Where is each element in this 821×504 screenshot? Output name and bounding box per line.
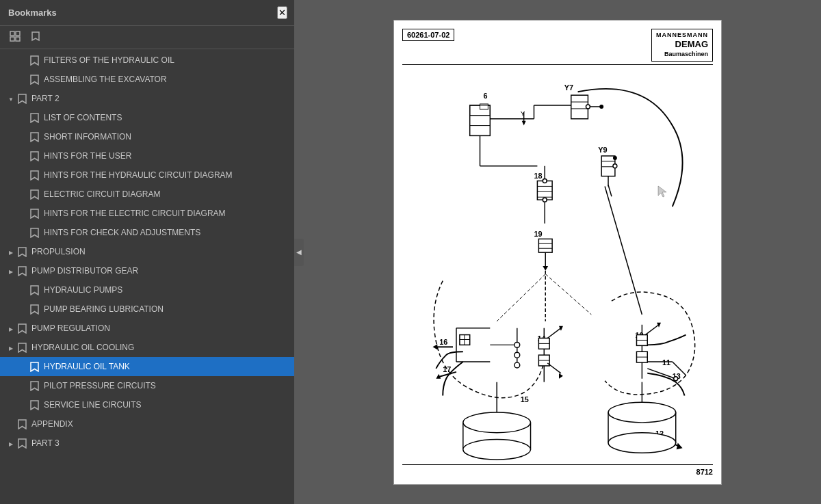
- pdf-page: 60261-07-02 MANNESMANN DEMAG Baumaschine…: [393, 20, 722, 485]
- svg-point-23: [599, 105, 603, 109]
- bookmark-item-hints-hydraulic[interactable]: HINTS FOR THE HYDRAULIC CIRCUIT DIAGRAM: [0, 165, 294, 185]
- bookmark-icon: [18, 94, 27, 104]
- svg-text:6: 6: [483, 92, 487, 100]
- bookmark-icon-hydraulic-tank: [29, 362, 40, 372]
- bookmark-label-part2: PART 2: [31, 94, 290, 103]
- bookmark-label-pump-bearing: PUMP BEARING LUBRICATION: [44, 304, 290, 314]
- bookmark-label-electric-circuit: ELECTRIC CIRCUIT DIAGRAM: [44, 189, 290, 199]
- pdf-logo: MANNESMANN DEMAG Baumaschinen: [651, 29, 713, 62]
- svg-text:17: 17: [443, 365, 451, 373]
- bookmark-icon: [30, 381, 39, 391]
- svg-rect-18: [571, 95, 588, 119]
- bookmark-icon: [30, 151, 39, 161]
- svg-rect-43: [538, 239, 552, 252]
- bookmark-icon: [30, 362, 39, 372]
- bookmark-label-appendix: APPENDIX: [31, 419, 290, 429]
- bookmark-item-pump-dist[interactable]: PUMP DISTRIBUTOR GEAR: [0, 261, 294, 280]
- bookmark-item-part3[interactable]: PART 3: [0, 434, 294, 453]
- bookmark-label-part3: PART 3: [31, 438, 290, 448]
- bookmark-item-hydraulic-pumps[interactable]: HYDRAULIC PUMPS: [0, 280, 294, 300]
- grid-icon: [10, 31, 21, 44]
- bookmark-item-service-line[interactable]: SERVICE LINE CIRCUITS: [0, 395, 294, 414]
- svg-point-31: [613, 156, 617, 160]
- svg-point-21: [586, 105, 590, 109]
- bookmark-item-hints-check[interactable]: HINTS FOR CHECK AND ADJUSTMENTS: [0, 223, 294, 242]
- bookmark-icon-pump-dist: [16, 266, 27, 276]
- pdf-footer: 8712: [402, 464, 713, 476]
- brand-mid: DEMAG: [656, 39, 708, 51]
- chevron-closed-icon: [5, 344, 16, 352]
- svg-point-95: [608, 402, 676, 423]
- bookmark-label-service-line: SERVICE LINE CIRCUITS: [44, 400, 290, 410]
- panel-collapse-button[interactable]: ◀: [294, 239, 304, 266]
- bookmark-item-short-info[interactable]: SHORT INFORMATION: [0, 127, 294, 146]
- bookmark-icon-part3: [16, 438, 27, 449]
- bookmark-icon-list-contents: [29, 113, 40, 123]
- bookmark-label-hints-hydraulic: HINTS FOR THE HYDRAULIC CIRCUIT DIAGRAM: [44, 170, 290, 180]
- bookmark-label-hints-electric: HINTS FOR THE ELECTRIC CIRCUIT DIAGRAM: [44, 209, 290, 218]
- bookmark-label-assembling: ASSEMBLING THE EXCAVATOR: [44, 75, 290, 84]
- bookmark-item-hydraulic-tank[interactable]: HYDRAULIC OIL TANK: [0, 357, 294, 376]
- bookmark-item-filters[interactable]: FILTERS OF THE HYDRAULIC OIL: [0, 51, 294, 70]
- bookmark-item-hints-user[interactable]: HINTS FOR THE USER: [0, 146, 294, 165]
- bookmark-icon-hints-electric: [29, 209, 40, 219]
- chevron-closed-icon: [5, 440, 16, 447]
- bookmark-icon: [30, 189, 39, 200]
- svg-text:19: 19: [534, 230, 542, 238]
- bookmark-icon: [18, 323, 27, 334]
- close-button[interactable]: ✕: [277, 6, 287, 19]
- bookmark-item-part2[interactable]: PART 2: [0, 89, 294, 108]
- bookmark-icon: [18, 343, 27, 353]
- bookmark-icon: [30, 285, 39, 295]
- chevron-closed-icon: [5, 325, 16, 332]
- bookmark-icon-pump-regulation: [16, 323, 27, 334]
- bookmark-label-hydraulic-cooling: HYDRAULIC OIL COOLING: [31, 343, 290, 352]
- bookmark-view-button[interactable]: [27, 29, 44, 45]
- bookmark-icon-hints-hydraulic: [29, 170, 40, 181]
- bookmark-item-pump-regulation[interactable]: PUMP REGULATION: [0, 319, 294, 338]
- bookmark-icon: [18, 247, 27, 257]
- svg-text:15: 15: [521, 395, 529, 403]
- bookmark-icon-hydraulic-pumps: [29, 285, 40, 295]
- bookmark-item-pilot-pressure[interactable]: PILOT PRESSURE CIRCUITS: [0, 376, 294, 395]
- bookmark-list: FILTERS OF THE HYDRAULIC OILASSEMBLING T…: [0, 49, 294, 504]
- chevron-closed-icon: [5, 248, 16, 256]
- bookmark-item-electric-circuit[interactable]: ELECTRIC CIRCUIT DIAGRAM: [0, 185, 294, 204]
- bookmark-icon-short-info: [29, 132, 40, 142]
- bookmark-label-hydraulic-tank: HYDRAULIC OIL TANK: [44, 362, 290, 371]
- svg-rect-3: [16, 37, 20, 41]
- bookmark-icon-assembling: [29, 75, 40, 85]
- bookmark-label-pump-regulation: PUMP REGULATION: [31, 323, 290, 333]
- pdf-drawing: 6 Y7 Y: [402, 70, 713, 464]
- svg-point-103: [514, 342, 520, 347]
- bookmark-item-hints-electric[interactable]: HINTS FOR THE ELECTRIC CIRCUIT DIAGRAM: [0, 204, 294, 223]
- bookmark-icon: [30, 55, 39, 66]
- bookmark-icon-appendix: [16, 419, 27, 429]
- svg-point-38: [543, 178, 547, 183]
- bookmark-item-hydraulic-cooling[interactable]: HYDRAULIC OIL COOLING: [0, 338, 294, 357]
- svg-rect-2: [10, 37, 14, 41]
- sidebar-toolbar: [0, 26, 294, 49]
- expand-all-button[interactable]: [7, 29, 23, 45]
- pdf-header: 60261-07-02 MANNESMANN DEMAG Baumaschine…: [402, 29, 713, 65]
- bookmark-item-list-contents[interactable]: LIST OF CONTENTS: [0, 108, 294, 127]
- bookmark-label-pilot-pressure: PILOT PRESSURE CIRCUITS: [44, 381, 290, 390]
- bookmark-icon-part2: [16, 94, 27, 104]
- svg-point-30: [613, 164, 617, 168]
- bookmark-item-pump-bearing[interactable]: PUMP BEARING LUBRICATION: [0, 300, 294, 319]
- bookmark-label-pump-dist: PUMP DISTRIBUTOR GEAR: [31, 266, 290, 276]
- svg-rect-0: [10, 31, 14, 36]
- svg-rect-1: [16, 31, 20, 36]
- bookmark-item-propulsion[interactable]: PROPULSION: [0, 242, 294, 261]
- bookmark-label-propulsion: PROPULSION: [31, 247, 290, 256]
- bookmark-icon: [30, 132, 39, 142]
- bookmark-icon-hydraulic-cooling: [16, 343, 27, 353]
- bookmark-item-assembling[interactable]: ASSEMBLING THE EXCAVATOR: [0, 70, 294, 89]
- bookmark-label-hints-user: HINTS FOR THE USER: [44, 151, 290, 161]
- bookmark-icon: [30, 209, 39, 219]
- bookmark-icon: [30, 400, 39, 410]
- bookmark-icon: [30, 113, 39, 123]
- sidebar-header: Bookmarks ✕: [0, 0, 294, 26]
- bookmark-item-appendix[interactable]: APPENDIX: [0, 414, 294, 434]
- bookmark-icon-pilot-pressure: [29, 381, 40, 391]
